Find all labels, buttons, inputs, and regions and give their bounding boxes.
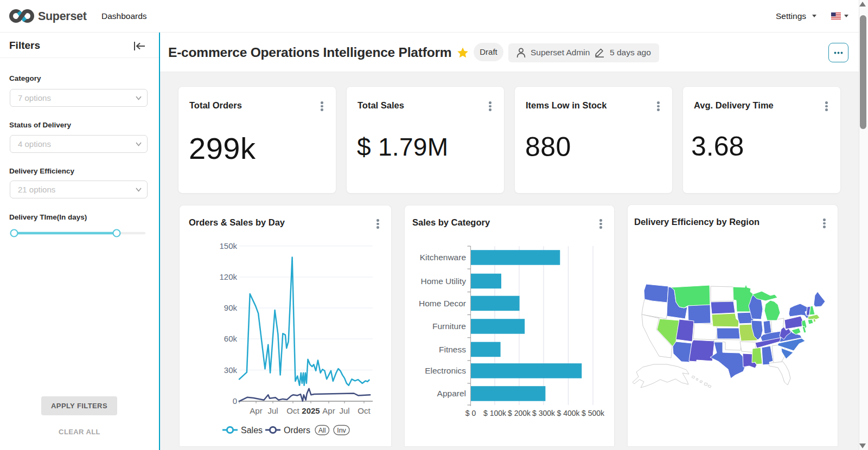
svg-text:Home Utility: Home Utility [420,277,466,286]
svg-text:Sales: Sales [241,426,263,435]
svg-text:0: 0 [233,396,237,406]
svg-text:$ 100k: $ 100k [483,409,507,417]
svg-text:Kitchenware: Kitchenware [420,253,466,262]
svg-text:$ 0: $ 0 [465,409,476,417]
svg-text:Home Decor: Home Decor [419,299,466,308]
svg-text:All: All [318,427,326,434]
svg-text:$ 500k: $ 500k [582,409,605,417]
svg-text:Orders: Orders [284,426,310,435]
svg-text:120k: 120k [219,272,237,281]
svg-text:2025: 2025 [302,406,320,415]
svg-text:Electronics: Electronics [425,366,466,375]
svg-text:Oct: Oct [358,406,371,415]
svg-text:Inv: Inv [337,427,346,434]
svg-text:Apparel: Apparel [437,389,466,398]
svg-text:Jul: Jul [339,406,349,415]
svg-text:90k: 90k [224,303,238,312]
svg-text:Jul: Jul [267,406,278,415]
svg-text:Fitness: Fitness [439,345,466,354]
svg-text:Furniture: Furniture [432,322,466,331]
svg-text:30k: 30k [224,365,238,375]
svg-text:Oct: Oct [286,406,299,415]
svg-text:60k: 60k [224,334,238,343]
svg-text:150k: 150k [219,241,237,250]
svg-text:$ 400k: $ 400k [557,409,580,417]
svg-text:$ 300k: $ 300k [532,409,556,417]
svg-text:Apr: Apr [250,406,262,415]
svg-text:$ 200k: $ 200k [508,409,531,417]
svg-text:Apr: Apr [322,406,335,415]
